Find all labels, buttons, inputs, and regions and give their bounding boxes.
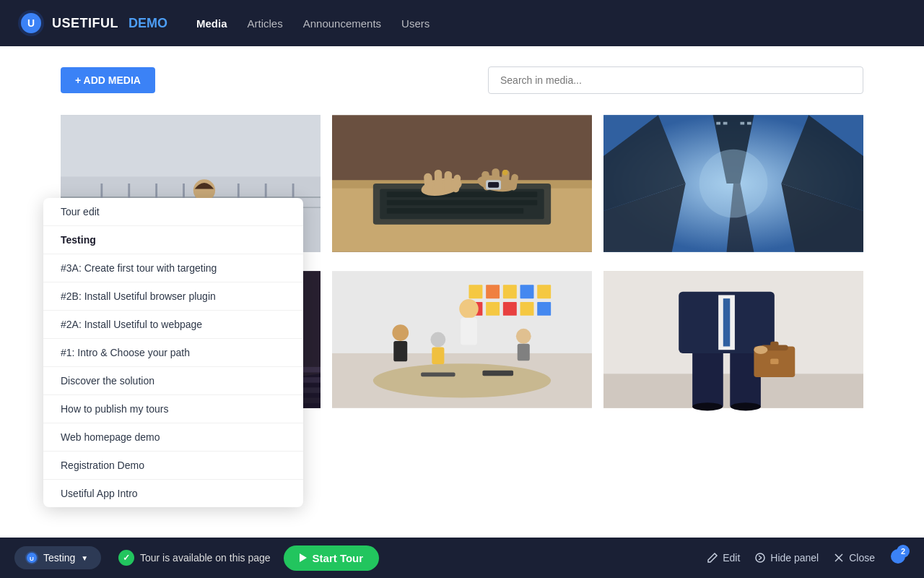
svg-point-86 [516,329,531,344]
svg-rect-29 [387,208,523,214]
notification-badge: 2 [897,545,910,558]
svg-rect-88 [421,372,455,376]
bottom-right-actions: Edit Hide panel Close 2 [707,548,910,568]
svg-rect-74 [503,302,517,316]
play-icon [300,553,307,562]
close-icon [833,552,845,564]
svg-rect-27 [387,191,537,197]
svg-point-82 [392,324,409,341]
tour-selector-icon: U [25,551,39,565]
svg-rect-81 [461,318,477,345]
svg-text:U: U [30,556,34,562]
dropdown-item-discover[interactable]: Discover the solution [43,367,303,395]
svg-rect-100 [770,342,778,348]
notification-area[interactable]: 2 [889,548,910,568]
start-tour-button[interactable]: Start Tour [284,545,380,571]
svg-rect-32 [435,170,443,192]
dropdown-item-registration[interactable]: Registration Demo [43,452,303,480]
tour-selector-label: Testing [43,552,75,564]
svg-rect-69 [468,285,482,298]
start-tour-label: Start Tour [313,552,364,564]
svg-rect-54 [740,122,744,125]
svg-rect-75 [520,285,534,298]
tour-status: ✓ Tour is available on this page [118,550,271,566]
edit-button[interactable]: Edit [707,552,740,564]
brand-logo-icon: U [17,9,45,37]
dropdown-item-usetiful-intro[interactable]: Usetiful App Intro [43,480,303,507]
add-media-button[interactable]: + ADD MEDIA [61,67,155,93]
svg-point-51 [699,150,768,218]
dropdown-item-2b[interactable]: #2B: Install Usetiful browser plugin [43,282,303,311]
dropdown-item-how-to-publish[interactable]: How to publish my tours [43,395,303,423]
svg-rect-28 [387,200,537,206]
svg-rect-76 [520,302,534,316]
close-label: Close [849,552,875,564]
svg-rect-33 [444,171,452,192]
dropdown-item-testing[interactable]: Testing [43,226,303,254]
svg-point-42 [502,170,508,176]
svg-rect-101 [770,359,778,365]
search-input[interactable] [488,66,863,94]
media-item-2[interactable] [332,111,592,256]
svg-rect-71 [503,285,517,298]
media-item-6[interactable] [603,267,863,412]
media-item-5[interactable] [332,267,592,412]
svg-line-110 [759,558,762,560]
hide-panel-label: Hide panel [770,552,819,564]
svg-rect-41 [488,182,499,188]
toolbar: + ADD MEDIA [61,66,863,94]
svg-text:U: U [27,17,35,29]
svg-point-104 [731,402,761,410]
edit-icon [707,552,718,564]
svg-rect-78 [537,302,551,316]
svg-rect-73 [486,302,500,316]
svg-point-79 [373,363,551,397]
svg-rect-70 [486,285,500,298]
chevron-down-icon: ▼ [81,554,88,562]
svg-rect-5 [61,115,321,176]
nav-links: Media Articles Announcements Users [196,17,430,30]
svg-rect-77 [537,285,551,298]
brand: U USETIFUL DEMO [17,9,167,37]
svg-point-84 [430,332,445,348]
svg-rect-87 [518,344,530,361]
tour-selector[interactable]: U Testing ▼ [14,546,101,569]
svg-rect-97 [723,298,730,346]
bottom-bar: U Testing ▼ ✓ Tour is available on this … [0,538,924,578]
dropdown-item-2a[interactable]: #2A: Install Usetiful to webpage [43,311,303,339]
svg-rect-89 [482,371,513,376]
hide-panel-button[interactable]: Hide panel [754,552,819,564]
hide-panel-icon [754,552,766,564]
status-check-icon: ✓ [118,550,134,566]
brand-name: USETIFUL [52,16,118,31]
main-content: + ADD MEDIA [0,46,924,538]
nav-users[interactable]: Users [401,17,430,30]
svg-rect-55 [747,122,751,125]
edit-label: Edit [723,552,740,564]
svg-point-108 [756,553,764,562]
navbar: U USETIFUL DEMO Media Articles Announcem… [0,0,924,46]
svg-rect-85 [432,347,444,364]
media-item-3[interactable] [603,111,863,256]
close-button[interactable]: Close [833,552,875,564]
tour-status-text: Tour is available on this page [140,552,271,564]
svg-rect-83 [393,341,407,361]
dropdown-item-3a[interactable]: #3A: Create first tour with targeting [43,254,303,282]
dropdown-panel: Tour edit Testing #3A: Create first tour… [43,198,303,507]
dropdown-item-1[interactable]: #1: Intro & Choose your path [43,339,303,367]
svg-point-80 [459,299,479,319]
dropdown-item-web-homepage[interactable]: Web homepage demo [43,423,303,452]
dropdown-item-tour-edit[interactable]: Tour edit [43,198,303,226]
svg-point-103 [692,402,723,410]
nav-media[interactable]: Media [196,17,227,30]
nav-announcements[interactable]: Announcements [303,17,381,30]
brand-demo: DEMO [128,16,167,31]
svg-point-102 [754,346,767,354]
svg-rect-52 [716,122,720,125]
nav-articles[interactable]: Articles [248,17,283,30]
svg-rect-53 [723,122,728,125]
